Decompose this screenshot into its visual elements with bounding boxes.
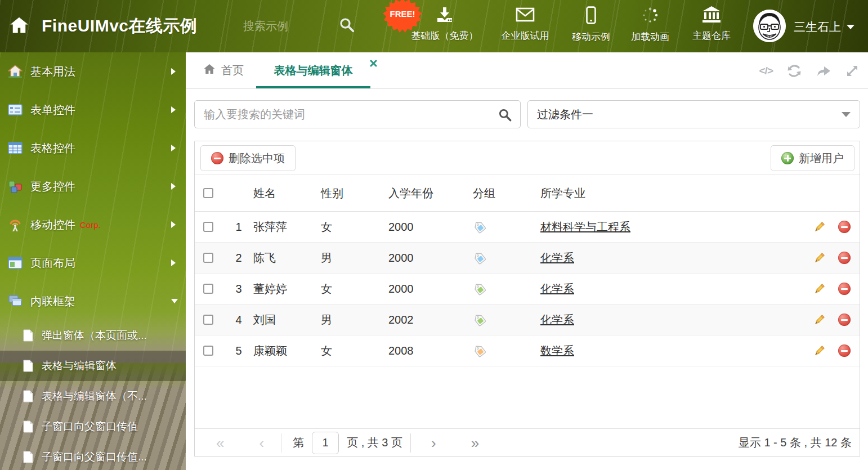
open-new-window-icon[interactable] (816, 64, 831, 78)
envelope-icon (516, 6, 535, 25)
first-page-button[interactable]: « (216, 436, 224, 450)
search-icon[interactable] (338, 16, 355, 35)
row-checkbox[interactable] (203, 284, 213, 294)
delete-row-icon[interactable] (838, 221, 851, 233)
chevron-right-icon (171, 145, 176, 151)
delete-row-icon[interactable] (838, 344, 851, 357)
home-icon[interactable] (9, 15, 29, 38)
user-menu[interactable]: 三生石上 (794, 19, 854, 35)
delete-row-icon[interactable] (838, 252, 851, 264)
delete-row-icon[interactable] (838, 283, 851, 295)
row-checkbox[interactable] (203, 253, 213, 263)
page-number-input[interactable] (312, 432, 339, 454)
header-search-input[interactable]: 搜索示例 (243, 19, 288, 34)
sidebar-item-form-controls[interactable]: 表单控件 (0, 91, 186, 129)
add-user-button[interactable]: 新增用户 (771, 145, 854, 171)
cell-year: 2000 (388, 283, 473, 296)
edit-pencil-icon[interactable] (813, 221, 826, 234)
app-window: FineUIMvc在线示例 搜索示例 FREE! 基础版（免费） 企业版试用 移… (0, 0, 868, 470)
nav-item-theme-store[interactable]: 主题仓库 (680, 6, 743, 42)
fullscreen-icon[interactable] (845, 64, 859, 78)
sidebar-subitem-grid-edit-window-2[interactable]: 表格与编辑窗体（不... (0, 381, 186, 411)
next-page-button[interactable]: › (431, 436, 436, 450)
delete-row-icon[interactable] (838, 314, 851, 326)
col-group[interactable]: 分组 (473, 186, 540, 201)
grid-toolbar: 删除选中项 新增用户 (195, 141, 860, 175)
nav-item-enterprise-trial[interactable]: 企业版试用 (486, 6, 565, 42)
record-summary: 显示 1 - 5 条 , 共 12 条 (739, 435, 852, 450)
search-icon[interactable] (498, 108, 512, 124)
page-label-suffix: 页 , 共 3 页 (347, 435, 402, 450)
close-icon[interactable] (370, 59, 377, 69)
sidebar-item-basic-usage[interactable]: 基本用法 (0, 52, 186, 91)
last-page-button[interactable]: » (471, 436, 479, 450)
layout-icon (8, 256, 23, 270)
row-checkbox[interactable] (203, 346, 213, 356)
nav-item-loading-animation[interactable]: 加载动画 (619, 6, 681, 43)
form-icon (8, 102, 23, 117)
edit-pencil-icon[interactable] (813, 283, 826, 296)
col-gender[interactable]: 性别 (321, 186, 388, 201)
keyword-search-input[interactable] (195, 101, 520, 128)
major-link[interactable]: 数学系 (540, 344, 574, 357)
cell-name: 张萍萍 (253, 220, 321, 235)
prev-page-button[interactable]: ‹ (259, 436, 264, 450)
row-checkbox[interactable] (203, 222, 213, 232)
filter-dropdown[interactable]: 过滤条件一 (527, 100, 860, 128)
sidebar-subitem-popup-window[interactable]: 弹出窗体（本页面或... (0, 320, 186, 351)
divider (281, 433, 281, 453)
major-link[interactable]: 材料科学与工程系 (540, 221, 630, 233)
sidebar-item-mobile-controls[interactable]: 移动控件 Corp. (0, 205, 186, 244)
active-tab-underline (256, 86, 370, 88)
table-row: 4 刘国 男 2002 化学系 (195, 305, 860, 335)
edit-pencil-icon[interactable] (813, 252, 826, 265)
col-name[interactable]: 姓名 (253, 186, 321, 201)
mobile-icon (585, 6, 597, 26)
top-header: FineUIMvc在线示例 搜索示例 FREE! 基础版（免费） 企业版试用 移… (0, 0, 868, 52)
cubes-icon (8, 179, 23, 194)
tag-icon (473, 220, 540, 234)
sidebar-item-grid-controls[interactable]: 表格控件 (0, 129, 186, 167)
select-all-checkbox[interactable] (203, 188, 213, 198)
sidebar-subitem-child-to-parent[interactable]: 子窗口向父窗口传值 (0, 411, 186, 442)
tab-grid-edit-window[interactable]: 表格与编辑窗体 (256, 52, 370, 88)
filter-row: 过滤条件一 (186, 100, 868, 128)
sidebar-item-more-controls[interactable]: 更多控件 (0, 167, 186, 205)
nav-label: 主题仓库 (692, 29, 731, 42)
col-major[interactable]: 所学专业 (540, 186, 799, 201)
row-index: 5 (224, 344, 253, 357)
home-icon (203, 62, 216, 79)
major-link[interactable]: 化学系 (540, 314, 574, 326)
cell-name: 康颖颖 (253, 343, 321, 359)
sidebar-subitem-grid-edit-window[interactable]: 表格与编辑窗体 (0, 351, 186, 381)
sidebar-subitem-child-to-parent-2[interactable]: 子窗口向父窗口传值... (0, 442, 186, 470)
refresh-icon[interactable] (787, 64, 802, 78)
house-icon (8, 64, 23, 79)
col-year[interactable]: 入学年份 (388, 186, 473, 201)
sidebar: 基本用法 表单控件 表格控件 更多控件 (0, 52, 186, 470)
cell-year: 2008 (388, 344, 473, 357)
row-index: 1 (224, 221, 253, 234)
app-title: FineUIMvc在线示例 (42, 15, 198, 38)
row-index: 4 (224, 314, 253, 326)
chevron-right-icon (171, 221, 176, 228)
sidebar-item-iframe[interactable]: 内联框架 (0, 282, 186, 320)
sidebar-item-page-layout[interactable]: 页面布局 (0, 244, 186, 282)
table-row: 3 董婷婷 女 2000 化学系 (195, 274, 860, 305)
nav-item-mobile-demo[interactable]: 移动示例 (560, 6, 622, 43)
edit-pencil-icon[interactable] (813, 344, 826, 357)
file-icon (23, 329, 34, 342)
edit-pencil-icon[interactable] (813, 314, 826, 326)
delete-selected-button[interactable]: 删除选中项 (200, 145, 296, 171)
avatar[interactable] (753, 10, 786, 42)
tab-home[interactable]: 首页 (203, 52, 244, 89)
major-link[interactable]: 化学系 (540, 252, 574, 264)
page-label-prefix: 第 (293, 435, 304, 450)
corp-badge: Corp. (80, 220, 101, 230)
cell-gender: 男 (321, 250, 388, 266)
row-checkbox[interactable] (203, 315, 213, 325)
nav-item-basic-free[interactable]: 基础版（免费） (402, 6, 487, 42)
view-source-icon[interactable]: </> (759, 65, 773, 77)
major-link[interactable]: 化学系 (540, 283, 574, 295)
nav-label: 移动示例 (572, 30, 610, 43)
